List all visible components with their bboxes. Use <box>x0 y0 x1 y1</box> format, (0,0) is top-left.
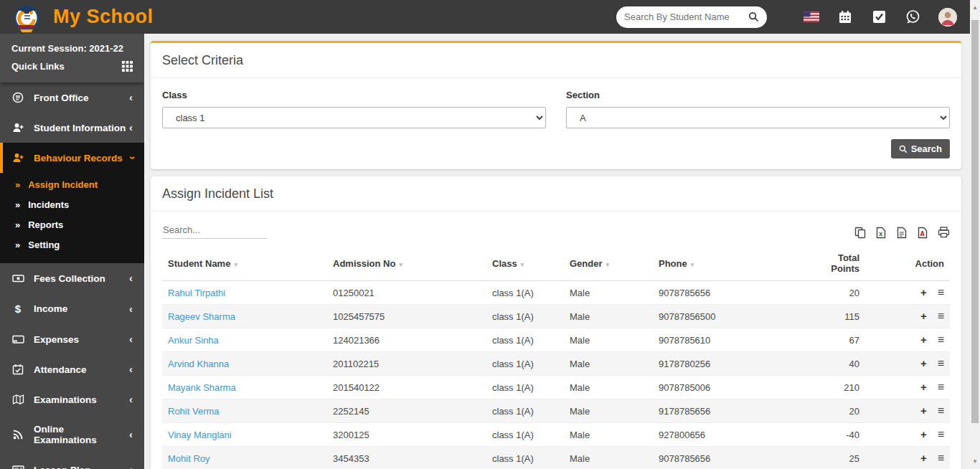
submenu-item-setting[interactable]: » Setting <box>0 234 144 255</box>
chevron-left-icon: ‹ <box>129 366 133 373</box>
row-menu-icon[interactable]: ≡ <box>938 286 944 298</box>
student-name-link[interactable]: Rahul Tirpathi <box>168 288 225 298</box>
submenu-item-incidents[interactable]: » Incidents <box>0 194 144 214</box>
table-row: Rageev Sharma 1025457575 class 1(A) Male… <box>162 305 950 328</box>
chevron-left-icon: ‹ <box>129 431 133 438</box>
sidebar-item-fees-collection[interactable]: Fees Collection ‹ <box>0 263 144 293</box>
incident-table: Student Name▾ Admission No▾ Class▾ Gende… <box>162 246 950 469</box>
points-cell: 20 <box>819 281 865 305</box>
search-icon[interactable] <box>748 11 759 22</box>
book-icon <box>11 464 24 469</box>
student-name-link[interactable]: Rageev Sharma <box>168 311 235 322</box>
submenu-item-label: Reports <box>28 219 63 230</box>
class-cell: class 1(A) <box>486 281 564 305</box>
copy-icon[interactable] <box>854 226 867 239</box>
phone-cell: 9078785610 <box>653 328 819 352</box>
sidebar-item-attendance[interactable]: Attendance ‹ <box>0 354 144 384</box>
sidebar-item-front-office[interactable]: Front Office ‹ <box>0 82 144 113</box>
export-excel-icon[interactable]: x <box>875 226 887 239</box>
sidebar-item-lesson-plan[interactable]: Lesson Plan ‹ <box>0 455 144 469</box>
header-search-input[interactable] <box>624 11 748 22</box>
assign-incident-list-title: Assign Incident List <box>151 176 961 212</box>
student-name-link[interactable]: Rohit Verma <box>168 406 220 417</box>
grid-icon[interactable] <box>122 61 133 72</box>
row-menu-icon[interactable]: ≡ <box>938 404 944 417</box>
task-check-icon[interactable] <box>871 9 887 25</box>
add-incident-icon[interactable]: + <box>920 357 927 369</box>
svg-text:A: A <box>920 231 925 237</box>
scroll-up-icon[interactable]: ▲ <box>970 4 980 11</box>
user-avatar[interactable] <box>938 8 957 27</box>
class-select[interactable]: class 1 <box>162 107 546 128</box>
calendar-icon[interactable] <box>837 9 853 25</box>
chevron-left-icon: ‹ <box>129 124 133 131</box>
sidebar-item-label: Examinations <box>34 394 97 405</box>
col-phone[interactable]: Phone▾ <box>653 246 819 281</box>
row-menu-icon[interactable]: ≡ <box>938 428 944 440</box>
table-row: Rahul Tirpathi 01250021 class 1(A) Male … <box>162 281 950 305</box>
add-incident-icon[interactable]: + <box>920 310 927 322</box>
add-incident-icon[interactable]: + <box>920 404 927 417</box>
search-button[interactable]: Search <box>891 139 950 158</box>
assign-incident-list-card: Assign Incident List x A <box>151 176 961 469</box>
chevron-left-icon: ‹ <box>129 396 133 403</box>
export-pdf-icon[interactable]: A <box>916 226 929 239</box>
header-search[interactable] <box>616 6 767 28</box>
page-scrollbar[interactable]: ▲ ▼ <box>970 0 980 469</box>
phone-cell: 9078785656 <box>653 281 819 305</box>
school-logo[interactable] <box>9 1 44 33</box>
table-search[interactable] <box>162 222 267 239</box>
submenu-item-label: Setting <box>28 240 60 250</box>
sidebar-item-label: Front Office <box>34 93 89 103</box>
col-total-points[interactable]: Total Points <box>819 246 865 281</box>
student-name-link[interactable]: Mayank Sharma <box>168 382 236 393</box>
criteria-form: Class class 1 Section A <box>151 78 961 128</box>
user-plus-icon <box>11 152 24 164</box>
sidebar-item-label: Student Information <box>34 123 126 133</box>
row-menu-icon[interactable]: ≡ <box>938 357 944 369</box>
search-icon <box>899 145 908 153</box>
sidebar-item-examinations[interactable]: Examinations ‹ <box>0 384 144 414</box>
section-select[interactable]: A <box>566 107 950 128</box>
add-incident-icon[interactable]: + <box>920 381 927 393</box>
row-menu-icon[interactable]: ≡ <box>938 310 944 322</box>
table-search-input[interactable] <box>162 222 267 239</box>
gender-cell: Male <box>564 305 653 328</box>
row-menu-icon[interactable]: ≡ <box>938 452 944 464</box>
phone-cell: 9078785006 <box>653 376 819 399</box>
quick-links[interactable]: Quick Links <box>11 57 133 75</box>
sidebar-item-student-information[interactable]: Student Information ‹ <box>0 113 144 143</box>
student-name-link[interactable]: Mohit Roy <box>168 453 210 464</box>
student-name-link[interactable]: Vinay Manglani <box>168 430 232 440</box>
row-menu-icon[interactable]: ≡ <box>938 333 944 346</box>
submenu-item-assign-incident[interactable]: » Assign Incident <box>0 174 144 194</box>
language-flag-icon[interactable] <box>804 9 819 25</box>
table-row: Mohit Roy 3454353 class 1(A) Male 907878… <box>162 447 950 469</box>
print-icon[interactable] <box>937 226 950 239</box>
add-incident-icon[interactable]: + <box>920 428 927 440</box>
col-student-name[interactable]: Student Name▾ <box>162 246 327 281</box>
sort-icon: ▾ <box>606 261 610 268</box>
sidebar-item-income[interactable]: $ Income ‹ <box>0 293 144 324</box>
scrollbar-thumb[interactable] <box>971 20 979 423</box>
export-csv-icon[interactable] <box>895 226 908 239</box>
school-logo-icon <box>10 1 43 33</box>
col-class[interactable]: Class▾ <box>486 246 564 281</box>
student-name-link[interactable]: Ankur Sinha <box>168 335 219 346</box>
col-gender[interactable]: Gender▾ <box>564 246 653 281</box>
sidebar-item-expenses[interactable]: Expenses ‹ <box>0 324 144 354</box>
sidebar-item-behaviour-records[interactable]: Behaviour Records ‹ <box>0 143 144 173</box>
add-incident-icon[interactable]: + <box>920 452 927 464</box>
add-incident-icon[interactable]: + <box>920 333 927 346</box>
map-icon <box>11 394 24 405</box>
sidebar-item-online-examinations[interactable]: Online Examinations ‹ <box>0 414 144 455</box>
col-admission-no[interactable]: Admission No▾ <box>327 246 486 281</box>
scroll-down-icon[interactable]: ▼ <box>970 458 980 465</box>
submenu-item-reports[interactable]: » Reports <box>0 214 144 234</box>
class-cell: class 1(A) <box>486 305 564 328</box>
table-row: Mayank Sharma 201540122 class 1(A) Male … <box>162 376 950 399</box>
add-incident-icon[interactable]: + <box>920 286 927 298</box>
student-name-link[interactable]: Arvind Khanna <box>168 359 229 369</box>
row-menu-icon[interactable]: ≡ <box>938 381 944 393</box>
whatsapp-icon[interactable] <box>905 9 920 25</box>
